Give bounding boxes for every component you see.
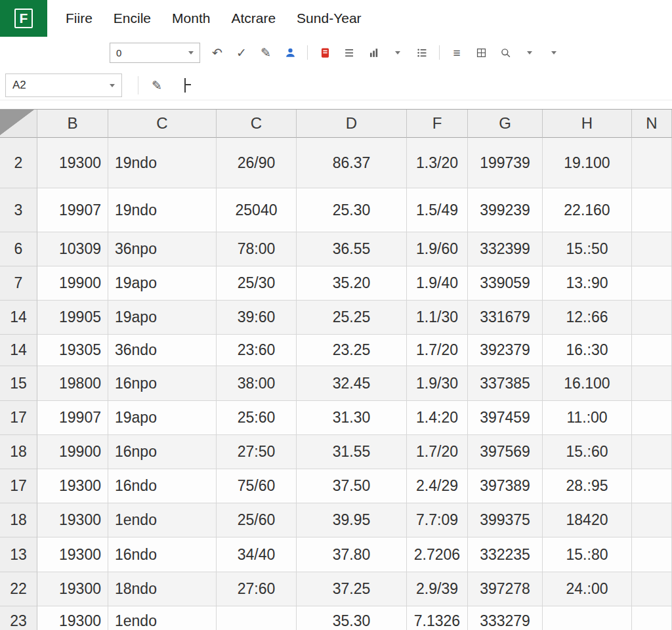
cell[interactable]: 1endo bbox=[108, 503, 217, 537]
name-box[interactable]: A2 bbox=[5, 74, 122, 97]
cell[interactable]: 37.80 bbox=[297, 537, 407, 572]
cell[interactable]: 16.100 bbox=[543, 366, 632, 401]
cell[interactable]: 22.160 bbox=[543, 188, 632, 232]
column-header-G[interactable]: G bbox=[468, 110, 543, 138]
cell[interactable]: 25/30 bbox=[217, 266, 297, 301]
cell[interactable]: 37.50 bbox=[297, 469, 407, 503]
cell[interactable]: 399239 bbox=[468, 188, 543, 232]
cell[interactable]: 35.30 bbox=[297, 606, 407, 630]
rows-icon[interactable] bbox=[415, 45, 429, 60]
cell[interactable]: 34/40 bbox=[217, 537, 297, 572]
cell[interactable]: 397389 bbox=[468, 469, 543, 503]
cell[interactable] bbox=[632, 435, 672, 469]
cell[interactable]: 10309 bbox=[37, 232, 108, 266]
cell[interactable]: 16ndo bbox=[108, 469, 217, 503]
cell[interactable]: 36ndo bbox=[108, 335, 217, 366]
pen-icon[interactable]: ✎ bbox=[259, 45, 273, 60]
cell[interactable]: 19apo bbox=[108, 266, 217, 301]
cell[interactable] bbox=[632, 537, 672, 572]
row-header-6[interactable]: 6 bbox=[0, 232, 37, 266]
undo-icon[interactable]: ↶ bbox=[210, 45, 224, 60]
formula-input[interactable] bbox=[162, 71, 672, 100]
row-header-17[interactable]: 17 bbox=[0, 401, 37, 435]
chart-icon[interactable] bbox=[366, 45, 381, 60]
cell[interactable]: 1.9/60 bbox=[407, 232, 468, 266]
cell[interactable]: 1.4:20 bbox=[407, 401, 468, 435]
cell[interactable]: 39.95 bbox=[297, 503, 407, 537]
cell[interactable]: 19ndo bbox=[108, 188, 217, 232]
cell[interactable]: 25040 bbox=[217, 188, 297, 232]
cell[interactable] bbox=[632, 606, 672, 630]
cell[interactable] bbox=[632, 469, 672, 503]
cell[interactable]: 38:00 bbox=[217, 366, 297, 401]
cell[interactable]: 7.7:09 bbox=[407, 503, 468, 537]
cell[interactable]: 1.3/20 bbox=[407, 138, 468, 188]
cell[interactable]: 19ndo bbox=[108, 138, 217, 188]
row-header-14[interactable]: 14 bbox=[0, 335, 37, 366]
cell[interactable]: 19.100 bbox=[543, 138, 632, 188]
cell[interactable]: 2.9/39 bbox=[407, 572, 468, 606]
cell[interactable]: 1.5/49 bbox=[407, 188, 468, 232]
cell[interactable]: 27:50 bbox=[217, 435, 297, 469]
column-header-H[interactable]: H bbox=[543, 110, 632, 138]
menu-fiire[interactable]: Fiire bbox=[66, 10, 93, 26]
cell[interactable]: 31.55 bbox=[297, 435, 407, 469]
chevron-down-icon[interactable] bbox=[390, 45, 405, 60]
cell[interactable]: 19300 bbox=[37, 606, 108, 630]
cell[interactable]: 332235 bbox=[468, 537, 543, 572]
person-icon[interactable] bbox=[283, 45, 297, 60]
cell[interactable]: 28.:95 bbox=[543, 469, 632, 503]
select-all-corner[interactable] bbox=[0, 110, 37, 138]
cell[interactable]: 32.45 bbox=[297, 366, 407, 401]
menu-icon[interactable]: ≡ bbox=[450, 45, 464, 60]
cell[interactable] bbox=[632, 301, 672, 335]
menu-month[interactable]: Month bbox=[172, 10, 210, 26]
menu-atcrare[interactable]: Atcrare bbox=[231, 10, 276, 26]
paste-red-icon[interactable] bbox=[318, 45, 332, 60]
cell[interactable]: 19305 bbox=[37, 335, 108, 366]
cell[interactable]: 35.20 bbox=[297, 266, 407, 301]
row-header-14[interactable]: 14 bbox=[0, 301, 37, 335]
cell[interactable]: 333279 bbox=[468, 606, 543, 630]
cell[interactable]: 397569 bbox=[468, 435, 543, 469]
cell[interactable] bbox=[632, 503, 672, 537]
cell[interactable] bbox=[543, 606, 632, 630]
cell[interactable]: 23.25 bbox=[297, 335, 407, 366]
cell[interactable]: 16npo bbox=[108, 366, 217, 401]
search-icon[interactable] bbox=[498, 45, 513, 60]
cell[interactable]: 337385 bbox=[468, 366, 543, 401]
cell[interactable]: 1.7/20 bbox=[407, 335, 468, 366]
cell[interactable]: 12.:66 bbox=[543, 301, 632, 335]
chevron-down-icon[interactable] bbox=[547, 45, 561, 60]
cell[interactable]: 1.9/40 bbox=[407, 266, 468, 301]
cell[interactable]: 16npo bbox=[108, 435, 217, 469]
column-header-C[interactable]: C bbox=[108, 110, 217, 138]
cell[interactable] bbox=[632, 401, 672, 435]
cell[interactable]: 19300 bbox=[37, 138, 108, 188]
cell[interactable]: 24.:00 bbox=[543, 572, 632, 606]
cell[interactable]: 339059 bbox=[468, 266, 543, 301]
cell[interactable]: 1.9/30 bbox=[407, 366, 468, 401]
row-header-15[interactable]: 15 bbox=[0, 366, 37, 401]
cell[interactable]: 15.:80 bbox=[543, 537, 632, 572]
cell[interactable]: 15.:60 bbox=[543, 435, 632, 469]
cell[interactable]: 75/60 bbox=[217, 469, 297, 503]
row-header-2[interactable]: 2 bbox=[0, 138, 37, 188]
cell[interactable]: 25.25 bbox=[297, 301, 407, 335]
menu-sund-year[interactable]: Sund-Year bbox=[297, 10, 361, 26]
cell[interactable]: 37.25 bbox=[297, 572, 407, 606]
row-header-18[interactable]: 18 bbox=[0, 503, 37, 537]
cell[interactable] bbox=[632, 572, 672, 606]
cell[interactable] bbox=[217, 606, 297, 630]
cell[interactable]: 19300 bbox=[37, 537, 108, 572]
cell[interactable]: 13.:90 bbox=[543, 266, 632, 301]
column-header-F[interactable]: F bbox=[407, 110, 468, 138]
zoom-dropdown[interactable]: 0 bbox=[110, 43, 200, 63]
cell[interactable]: 78:00 bbox=[217, 232, 297, 266]
cell[interactable] bbox=[632, 138, 672, 188]
cell[interactable]: 19apo bbox=[108, 401, 217, 435]
cell[interactable]: 16ndo bbox=[108, 537, 217, 572]
cell[interactable]: 16.:30 bbox=[543, 335, 632, 366]
cell[interactable]: 18420 bbox=[543, 503, 632, 537]
cell[interactable]: 19905 bbox=[37, 301, 108, 335]
